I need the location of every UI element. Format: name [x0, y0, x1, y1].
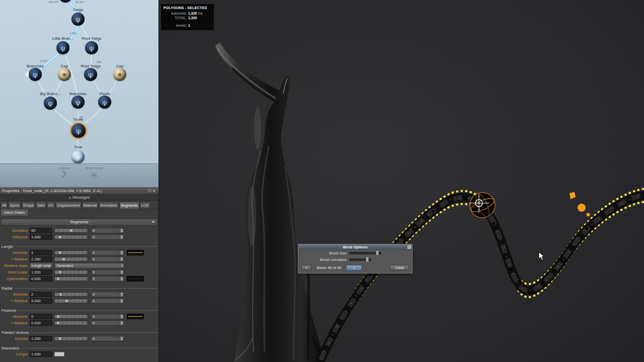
value-field[interactable]: 2	[30, 292, 52, 297]
brush-curvature-slider[interactable]	[349, 258, 371, 261]
slider-handle[interactable]	[376, 250, 379, 255]
generation-graph-panel[interactable]: 165,872 51,507 1,992 2,212 163 48 ψ Twig…	[0, 0, 159, 187]
spinner-field[interactable]: 0	[91, 276, 124, 282]
tab-segments[interactable]: Segments	[119, 202, 139, 209]
graph-node-branches-left[interactable]: ψ	[29, 68, 42, 81]
tree-trunk-mesh[interactable]	[215, 43, 325, 362]
value-field[interactable]: 1.000	[30, 269, 52, 275]
slider-handle[interactable]	[56, 277, 60, 281]
value-field[interactable]: 50	[30, 228, 52, 233]
spinner-up-icon[interactable]	[121, 321, 123, 323]
graph-node-root-twigs-lower[interactable]: ψ	[84, 68, 97, 81]
value-field[interactable]: 1.000	[30, 234, 52, 240]
value-field[interactable]: 2.260	[30, 256, 52, 262]
spinner-field[interactable]: 0	[91, 228, 124, 233]
spinner-down-icon[interactable]	[121, 317, 123, 318]
graph-node-cap-left[interactable]: ◉	[58, 68, 71, 81]
force-item-collision[interactable]: Collision	[48, 166, 80, 179]
slider-handle[interactable]	[59, 293, 62, 296]
spinner-field[interactable]: 0	[91, 292, 124, 297]
spinner-field[interactable]: 0	[91, 269, 124, 275]
value-field[interactable]: 1	[30, 250, 52, 255]
spinner-up-icon[interactable]	[121, 229, 123, 230]
tab-all[interactable]: All	[1, 202, 8, 209]
spline-handle-quad[interactable]	[570, 192, 576, 199]
value-field[interactable]: 0.000	[30, 276, 52, 282]
value-slider[interactable]	[54, 336, 88, 341]
spinner-up-icon[interactable]	[121, 315, 123, 316]
previous-bend-button[interactable]: <	[301, 265, 311, 270]
tab-shape[interactable]: Shape	[22, 202, 36, 209]
spinner-up-icon[interactable]	[121, 251, 123, 252]
viewport-3d[interactable]	[159, 0, 644, 362]
spinner-down-icon[interactable]	[121, 273, 123, 274]
spinner-down-icon[interactable]	[121, 295, 123, 296]
brush-size-slider[interactable]	[349, 252, 381, 254]
value-slider[interactable]	[54, 257, 88, 261]
slider-handle[interactable]	[58, 270, 62, 274]
spinner-up-icon[interactable]	[121, 270, 123, 272]
messages-collapsed-bar[interactable]: ◂Messages	[0, 195, 158, 201]
slider-handle[interactable]	[58, 251, 62, 254]
value-slider[interactable]	[54, 228, 88, 233]
graph-node-trunk-selected[interactable]: ψ	[70, 123, 87, 139]
spline-handle-small[interactable]	[587, 213, 590, 217]
slider-handle[interactable]	[56, 321, 60, 325]
spinner-down-icon[interactable]	[121, 253, 123, 254]
slider-handle[interactable]	[58, 337, 62, 340]
tab-material[interactable]: Material	[82, 202, 99, 209]
slider-handle[interactable]	[366, 257, 369, 262]
segments-section-dropdown[interactable]: Segments ▼	[1, 219, 157, 226]
curve-editor-swatch[interactable]	[127, 276, 144, 282]
graph-node-big-branches[interactable]: ψ	[44, 97, 57, 110]
spinner-down-icon[interactable]	[121, 231, 123, 232]
spinner-up-icon[interactable]	[121, 257, 123, 259]
spinner-down-icon[interactable]	[121, 259, 123, 261]
value-field[interactable]: 0	[30, 314, 52, 319]
clear-button[interactable]: Clear	[390, 265, 409, 270]
spinner-field[interactable]: 0	[91, 250, 124, 255]
value-field[interactable]: 5.000	[30, 298, 52, 304]
graph-node-branches-mid[interactable]: ψ	[71, 96, 85, 109]
properties-title-bar[interactable]: Properties - Trunk_node_(X:-1.82232e-006…	[0, 187, 158, 195]
subtab-hand-drawn[interactable]: Hand Drawn	[1, 209, 29, 216]
spinner-down-icon[interactable]	[121, 279, 123, 281]
value-slider[interactable]	[54, 299, 88, 303]
value-field[interactable]: 0.000	[30, 320, 52, 326]
next-bend-button[interactable]: >	[346, 265, 361, 270]
spinner-down-icon[interactable]	[121, 339, 123, 340]
dialog-title-bar[interactable]: Bend Options	[298, 244, 412, 250]
graph-node-cap-right[interactable]: ◉	[113, 68, 126, 81]
mini-button[interactable]	[54, 352, 64, 356]
tab-skin[interactable]: Skin	[36, 202, 46, 209]
value-slider[interactable]	[54, 314, 88, 319]
value-slider[interactable]	[54, 321, 88, 325]
spinner-field[interactable]: 0	[91, 336, 124, 341]
value-slider[interactable]	[54, 250, 88, 255]
tab-lod[interactable]: LOD	[140, 202, 150, 209]
slider-handle[interactable]	[56, 315, 60, 318]
tab-animation[interactable]: Animation	[99, 202, 118, 209]
spinner-field[interactable]: 0	[91, 256, 124, 262]
graph-node-twigs[interactable]: ψ	[71, 13, 85, 26]
float-panel-icon[interactable]: ❐	[148, 189, 152, 193]
spline-handle-large[interactable]	[578, 204, 586, 212]
tab-uv[interactable]: UV	[47, 202, 55, 209]
spinner-up-icon[interactable]	[121, 293, 123, 294]
graph-node-roots[interactable]: ψ	[98, 96, 111, 109]
spinner-down-icon[interactable]	[121, 237, 123, 239]
value-field[interactable]: 1.000	[30, 336, 52, 341]
slider-handle[interactable]	[58, 235, 62, 239]
dialog-close-button[interactable]	[408, 245, 411, 249]
slider-handle[interactable]	[62, 257, 65, 261]
curve-editor-swatch[interactable]	[127, 250, 144, 255]
spinner-field[interactable]: 0	[91, 234, 124, 240]
graph-node-root-twigs-upper[interactable]: ψ	[85, 41, 98, 54]
tab-displacement[interactable]: Displacement	[55, 202, 81, 209]
slider-handle[interactable]	[69, 229, 73, 232]
spinner-down-icon[interactable]	[121, 301, 123, 303]
spinner-up-icon[interactable]	[121, 337, 123, 338]
curve-editor-swatch[interactable]	[127, 314, 144, 319]
value-slider[interactable]	[54, 292, 88, 297]
value-slider[interactable]	[54, 277, 88, 281]
